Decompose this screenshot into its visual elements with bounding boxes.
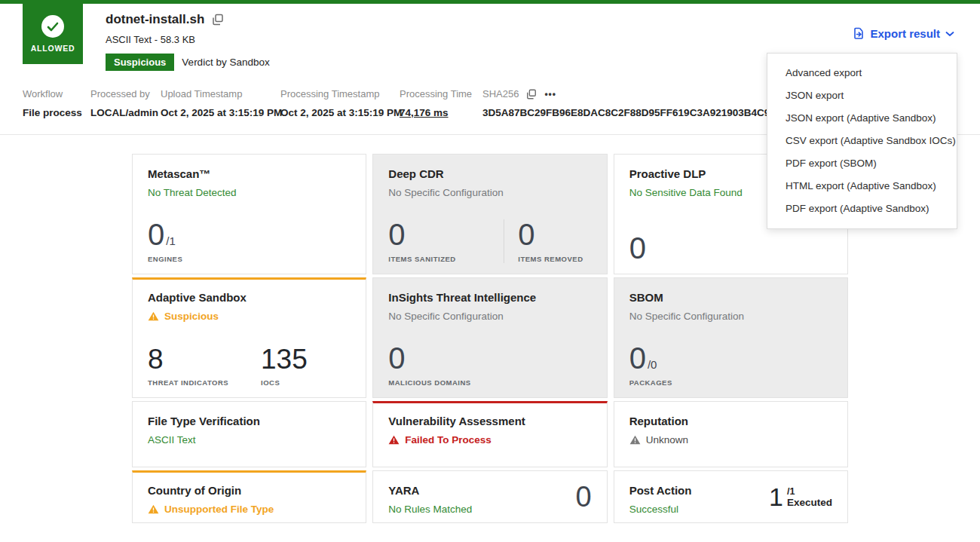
card-status: No Specific Configuration <box>388 187 591 198</box>
warning-triangle-icon <box>148 311 159 321</box>
menu-item-json-export[interactable]: JSON export <box>767 84 957 107</box>
stat-suffix: /1 <box>166 234 176 247</box>
meta-label: Upload Timestamp <box>161 88 280 100</box>
stat-value: 0 <box>388 219 405 250</box>
card-title: InSights Threat Intelligence <box>388 291 591 304</box>
results-grid: Metascan™ No Threat Detected 0/1 ENGINES… <box>132 154 848 523</box>
stat-value: 1 <box>769 485 783 509</box>
menu-item-pdf-export-adaptive-sandbox[interactable]: PDF export (Adaptive Sandbox) <box>767 198 957 220</box>
card-yara[interactable]: YARA No Rules Matched 0 <box>372 470 607 523</box>
error-triangle-icon <box>388 435 400 445</box>
card-status: Unsupported File Type <box>164 504 274 515</box>
stat-caption: Executed <box>787 497 832 508</box>
export-result-label: Export result <box>870 27 940 40</box>
stat-engines: 0/1 ENGINES <box>148 219 182 263</box>
export-result-menu: Advanced export JSON export JSON export … <box>767 53 957 229</box>
warning-triangle-icon <box>148 504 159 514</box>
copy-hash-icon[interactable] <box>526 89 537 100</box>
card-title: Reputation <box>629 415 832 427</box>
menu-item-pdf-export-sbom[interactable]: PDF export (SBOM) <box>767 152 957 175</box>
card-title: Adaptive Sandbox <box>148 291 351 304</box>
stat-value: 0 <box>518 219 534 250</box>
card-title: File Type Verification <box>148 415 351 427</box>
file-export-icon <box>853 27 865 40</box>
stat-iocs: 135 IOCS <box>261 345 308 387</box>
stat-label: ITEMS REMOVED <box>518 255 583 263</box>
file-name: dotnet-install.sh <box>106 12 204 27</box>
meta-processing-time: Processing Time 74,176 ms <box>400 88 482 118</box>
meta-label: Processing Timestamp <box>280 88 400 100</box>
card-reputation[interactable]: Reputation Unknown <box>614 401 848 467</box>
stat-label: IOCS <box>261 378 308 387</box>
processing-time-link[interactable]: 74,176 ms <box>400 107 482 118</box>
stat-value: 0 <box>629 233 646 263</box>
meta-value: File process <box>23 107 90 118</box>
card-post-action[interactable]: Post Action Successful 1 /1 Executed <box>614 470 848 523</box>
check-circle-icon <box>41 15 64 38</box>
meta-workflow: Workflow File process <box>23 88 90 118</box>
meta-upload-timestamp: Upload Timestamp Oct 2, 2025 at 3:15:19 … <box>161 88 280 118</box>
scan-result-page: ALLOWED dotnet-install.sh ASCII Text - 5… <box>0 0 980 542</box>
card-status: Failed To Process <box>405 434 492 446</box>
card-adaptive-sandbox[interactable]: Adaptive Sandbox Suspicious 8 THREAT IND… <box>132 277 366 398</box>
meta-processed-by: Processed by LOCAL/admin <box>90 88 161 118</box>
meta-label: Workflow <box>23 88 90 100</box>
card-metascan[interactable]: Metascan™ No Threat Detected 0/1 ENGINES <box>132 154 366 274</box>
stat-label: ITEMS SANITIZED <box>388 255 504 263</box>
card-country-of-origin[interactable]: Country of Origin Unsupported File Type <box>132 470 366 523</box>
stat-label: THREAT INDICATORS <box>148 378 261 387</box>
card-title: YARA <box>388 484 591 497</box>
stat-packages: 0/0 PACKAGES <box>629 343 672 387</box>
menu-item-csv-export-adaptive-sandbox-iocs[interactable]: CSV export (Adaptive Sandbox IOCs) <box>767 130 957 152</box>
stat-suffix: /0 <box>648 358 657 371</box>
allowed-verdict-tile: ALLOWED <box>23 4 83 64</box>
stat-post-actions-executed: 1 /1 Executed <box>769 485 832 509</box>
warning-triangle-icon <box>629 435 641 445</box>
copy-filename-icon[interactable] <box>212 14 224 26</box>
stat-label: PACKAGES <box>629 378 672 387</box>
stat-items-removed: 0 ITEMS REMOVED <box>518 219 583 263</box>
card-status: No Specific Configuration <box>629 311 832 322</box>
meta-value: Oct 2, 2025 at 3:15:19 PM <box>161 107 280 118</box>
card-file-type-verification[interactable]: File Type Verification ASCII Text <box>132 401 366 467</box>
meta-value: Oct 2, 2025 at 3:15:19 PM <box>280 107 400 118</box>
card-title: Deep CDR <box>388 167 591 180</box>
card-deep-cdr[interactable]: Deep CDR No Specific Configuration 0 ITE… <box>372 154 607 274</box>
file-header: dotnet-install.sh ASCII Text - 58.3 KB S… <box>106 12 270 71</box>
meta-processing-timestamp: Processing Timestamp Oct 2, 2025 at 3:15… <box>280 88 400 118</box>
stat-value: 0 <box>629 343 646 373</box>
card-status: No Specific Configuration <box>388 311 591 322</box>
stat-label: MALICIOUS DOMAINS <box>388 378 470 387</box>
stat-value: 0 <box>388 343 405 373</box>
verdict-caption: Verdict by Sandbox <box>182 57 269 68</box>
stat-suffix: /1 <box>787 486 832 497</box>
meta-label: SHA256 <box>482 88 519 100</box>
more-hashes-menu[interactable]: ••• <box>544 90 556 99</box>
card-status: Unknown <box>646 434 688 446</box>
card-insights-threat-intelligence[interactable]: InSights Threat Intelligence No Specific… <box>372 277 607 398</box>
meta-label: Processing Time <box>400 88 482 100</box>
card-sbom[interactable]: SBOM No Specific Configuration 0/0 PACKA… <box>614 277 848 398</box>
menu-item-html-export-adaptive-sandbox[interactable]: HTML export (Adaptive Sandbox) <box>767 175 957 198</box>
stat-value: 8 <box>148 345 164 373</box>
menu-item-advanced-export[interactable]: Advanced export <box>767 62 957 84</box>
card-title: SBOM <box>629 291 832 304</box>
card-status: ASCII Text <box>148 434 351 446</box>
card-title: Country of Origin <box>148 484 351 497</box>
card-vulnerability-assessment[interactable]: Vulnerability Assessment Failed To Proce… <box>372 401 607 467</box>
stat-value: 135 <box>261 345 308 373</box>
allowed-label: ALLOWED <box>31 44 75 53</box>
export-result-button[interactable]: Export result <box>853 27 954 40</box>
meta-value: LOCAL/admin <box>90 107 161 118</box>
menu-item-json-export-adaptive-sandbox[interactable]: JSON export (Adaptive Sandbox) <box>767 107 957 130</box>
file-info: ASCII Text - 58.3 KB <box>106 34 270 45</box>
stat-value: 0 <box>148 219 164 250</box>
card-title: Vulnerability Assessment <box>388 415 591 427</box>
stat-threat-indicators: 8 THREAT INDICATORS <box>148 345 261 387</box>
stat-label: ENGINES <box>148 255 182 263</box>
stat-yara-matches: 0 <box>576 482 592 511</box>
card-status: No Threat Detected <box>148 187 351 198</box>
top-accent-bar <box>0 0 980 4</box>
chevron-down-icon <box>945 31 954 37</box>
meta-label: Processed by <box>90 88 161 100</box>
